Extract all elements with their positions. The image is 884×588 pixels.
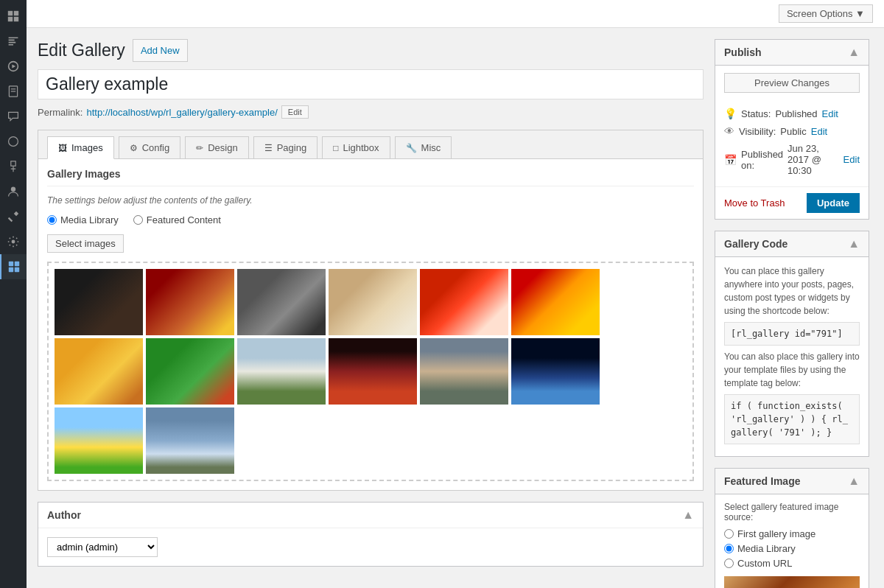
author-box-header[interactable]: Author ▲ xyxy=(38,503,703,528)
gallery-thumb-6[interactable] xyxy=(511,269,600,335)
sidebar-item-plugins[interactable] xyxy=(0,154,27,179)
select-images-button[interactable]: Select images xyxy=(47,234,124,253)
featured-image-radios: First gallery image Media Library Custom… xyxy=(724,528,860,569)
sidebar-item-posts[interactable] xyxy=(0,29,27,54)
gallery-grid xyxy=(47,262,694,481)
tab-lightbox-label: Lightbox xyxy=(343,142,379,153)
sidebar-item-media[interactable] xyxy=(0,54,27,79)
admin-sidebar xyxy=(0,0,27,588)
featured-content-label: Featured Content xyxy=(147,214,221,225)
publish-box-header[interactable]: Publish ▲ xyxy=(715,40,869,66)
media-library-radio[interactable]: Media Library xyxy=(47,214,119,225)
publish-footer: Move to Trash Update xyxy=(715,186,869,219)
gallery-template-tag[interactable]: if ( function_exists( 'rl_gallery' ) ) {… xyxy=(724,394,860,444)
published-on-edit-link[interactable]: Edit xyxy=(843,154,860,165)
tab-config[interactable]: ⚙ Config xyxy=(119,136,181,158)
gallery-thumb-13[interactable] xyxy=(55,407,143,474)
gallery-code-desc2: You can also place this gallery into you… xyxy=(724,350,860,390)
permalink-edit-button[interactable]: Edit xyxy=(281,105,309,119)
media-library-label: Media Library xyxy=(60,214,119,225)
radio-custom-url[interactable]: Custom URL xyxy=(724,558,860,569)
svg-marker-5 xyxy=(12,65,15,69)
gallery-thumb-4[interactable] xyxy=(329,269,417,335)
sidebar-item-comments[interactable] xyxy=(0,104,27,129)
author-box: Author ▲ admin (admin) xyxy=(38,502,704,567)
gallery-title-input[interactable] xyxy=(38,69,704,99)
sidebar-item-tools[interactable] xyxy=(0,204,27,229)
tab-misc[interactable]: 🔧 Misc xyxy=(395,136,452,158)
add-new-button[interactable]: Add New xyxy=(133,39,188,62)
gallery-thumb-3[interactable] xyxy=(237,269,326,335)
permalink-url[interactable]: http://localhost/wp/rl_gallery/gallery-e… xyxy=(86,107,277,118)
svg-point-11 xyxy=(11,187,15,192)
tab-images[interactable]: 🖼 Images xyxy=(47,136,114,159)
gallery-tabs-container: 🖼 Images ⚙ Config ✏ Design ☰ xyxy=(38,130,704,491)
svg-rect-2 xyxy=(8,17,13,21)
visibility-edit-link[interactable]: Edit xyxy=(811,126,827,137)
status-label: Status: xyxy=(741,108,771,119)
permalink-label: Permalink: xyxy=(38,107,83,118)
tab-config-label: Config xyxy=(142,142,170,153)
gallery-thumb-10[interactable] xyxy=(329,338,417,405)
gallery-code-desc1: You can place this gallery anywhere into… xyxy=(724,265,860,318)
featured-image-box: Featured Image ▲ Select gallery featured… xyxy=(715,468,869,588)
sidebar-item-users[interactable] xyxy=(0,179,27,204)
tab-design[interactable]: ✏ Design xyxy=(185,136,248,158)
tab-design-label: Design xyxy=(208,142,237,153)
status-icon: 💡 xyxy=(724,108,737,119)
publish-box: Publish ▲ Preview Changes 💡 Status: Publ… xyxy=(715,39,869,220)
gallery-thumb-2[interactable] xyxy=(146,269,234,335)
featured-image-help: Select gallery featured image source: xyxy=(724,502,860,522)
svg-rect-10 xyxy=(11,161,15,166)
radio-first-gallery-label: First gallery image xyxy=(737,528,815,539)
gallery-thumb-7[interactable] xyxy=(55,338,143,405)
radio-first-gallery[interactable]: First gallery image xyxy=(724,528,860,539)
sidebar-item-appearance[interactable] xyxy=(0,129,27,154)
gallery-thumb-8[interactable] xyxy=(146,338,234,405)
source-radio-group: Media Library Featured Content xyxy=(47,214,694,225)
update-button[interactable]: Update xyxy=(807,193,860,213)
author-select[interactable]: admin (admin) xyxy=(47,537,158,557)
featured-image-header[interactable]: Featured Image ▲ xyxy=(715,469,869,494)
svg-rect-3 xyxy=(14,17,18,21)
status-row: 💡 Status: Published Edit xyxy=(724,108,860,119)
visibility-label: Visibility: xyxy=(739,126,776,137)
tab-lightbox[interactable]: □ Lightbox xyxy=(322,136,390,158)
sidebar-item-gallery[interactable] xyxy=(0,254,27,279)
sidebar-item-pages[interactable] xyxy=(0,79,27,104)
status-value: Published xyxy=(775,108,817,119)
featured-content-radio[interactable]: Featured Content xyxy=(133,214,221,225)
sidebar-item-dashboard[interactable] xyxy=(0,4,27,29)
gallery-code-box: Gallery Code ▲ You can place this galler… xyxy=(715,231,869,457)
config-tab-icon: ⚙ xyxy=(130,143,138,153)
gallery-thumb-5[interactable] xyxy=(420,269,508,335)
screen-options-button[interactable]: Screen Options ▼ xyxy=(779,4,873,23)
tab-misc-label: Misc xyxy=(421,142,441,153)
published-on-row: 📅 Published on: Jun 23, 2017 @ 10:30 Edi… xyxy=(724,143,860,176)
main-column: Edit Gallery Add New Permalink: http://l… xyxy=(38,39,704,588)
screen-options-bar: Screen Options ▼ xyxy=(27,0,884,28)
tab-paging[interactable]: ☰ Paging xyxy=(253,136,318,158)
status-edit-link[interactable]: Edit xyxy=(822,108,838,119)
gallery-thumb-14[interactable] xyxy=(146,407,234,474)
radio-media-library[interactable]: Media Library xyxy=(724,543,860,554)
gallery-shortcode[interactable]: [rl_gallery id="791"] xyxy=(724,322,860,346)
author-box-content: admin (admin) xyxy=(38,528,703,566)
gallery-code-header[interactable]: Gallery Code ▲ xyxy=(715,231,869,257)
gallery-thumb-1[interactable] xyxy=(55,269,143,335)
featured-image-preview[interactable] xyxy=(724,576,860,588)
preview-changes-button[interactable]: Preview Changes xyxy=(724,73,860,93)
content-area: Edit Gallery Add New Permalink: http://l… xyxy=(27,28,884,588)
tab-paging-label: Paging xyxy=(277,142,306,153)
gallery-thumb-9[interactable] xyxy=(237,338,326,405)
gallery-thumb-11[interactable] xyxy=(420,338,508,405)
misc-tab-icon: 🔧 xyxy=(406,143,417,153)
gallery-code-content: You can place this gallery anywhere into… xyxy=(715,257,869,456)
gallery-thumb-12[interactable] xyxy=(511,338,600,405)
tabs-bar: 🖼 Images ⚙ Config ✏ Design ☰ xyxy=(38,130,703,159)
gallery-code-title: Gallery Code xyxy=(724,238,787,250)
move-to-trash-link[interactable]: Move to Trash xyxy=(724,197,785,209)
sidebar-item-settings[interactable] xyxy=(0,229,27,254)
svg-rect-15 xyxy=(9,267,13,272)
publish-meta: 💡 Status: Published Edit 👁 Visibility: P… xyxy=(715,103,869,186)
